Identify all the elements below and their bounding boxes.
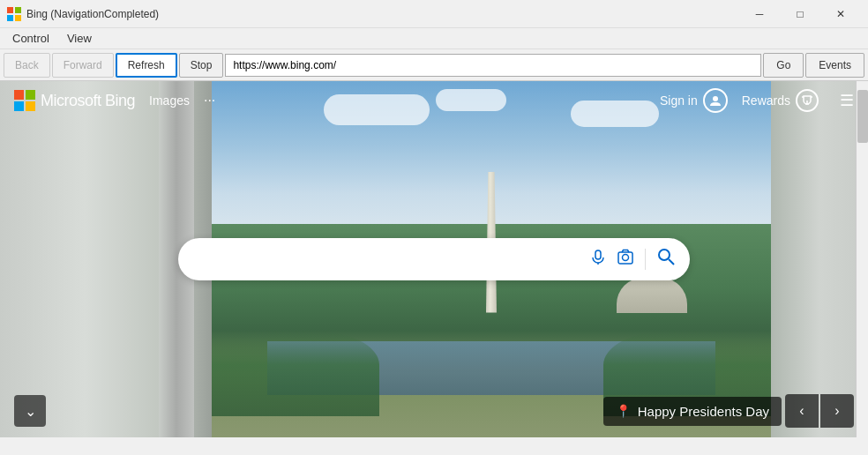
- svg-rect-9: [595, 250, 601, 259]
- scrollbar-thumb[interactable]: [857, 90, 868, 143]
- app-icon: [7, 7, 21, 21]
- scroll-down-button[interactable]: ⌄: [14, 395, 46, 427]
- search-input[interactable]: [192, 251, 590, 267]
- rewards-icon: [796, 89, 819, 112]
- svg-rect-2: [7, 15, 13, 21]
- forward-button[interactable]: Forward: [52, 53, 114, 78]
- bing-logo[interactable]: Microsoft Bing: [14, 90, 135, 111]
- nav-bar: Back Forward Refresh Stop Go Events: [0, 49, 868, 81]
- trophy-icon: [801, 94, 813, 107]
- menu-bar: Control View: [0, 28, 868, 49]
- svg-rect-0: [7, 7, 13, 13]
- search-svg: [656, 247, 676, 266]
- title-bar: Bing (NavigationCompleted) ─ □ ✕: [0, 0, 868, 28]
- location-pill[interactable]: 📍 Happy Presidents Day: [603, 397, 782, 426]
- chevron-down-icon: ⌄: [25, 403, 36, 420]
- search-container: [178, 238, 690, 280]
- bing-logo-text: Microsoft Bing: [41, 92, 135, 110]
- browser-content: Microsoft Bing Images ··· Sign in Reward…: [0, 81, 868, 437]
- location-area: 📍 Happy Presidents Day ‹ ›: [603, 394, 854, 428]
- stop-button[interactable]: Stop: [179, 53, 224, 78]
- search-divider: [645, 249, 646, 270]
- svg-rect-4: [14, 90, 24, 100]
- microphone-icon[interactable]: [590, 250, 606, 270]
- search-icons: [590, 247, 676, 272]
- capitol-building: [617, 278, 687, 313]
- hamburger-menu-icon[interactable]: ☰: [840, 91, 854, 110]
- sign-in-label: Sign in: [660, 93, 698, 108]
- title-controls: ─ □ ✕: [739, 0, 861, 28]
- search-submit-icon[interactable]: [656, 247, 676, 272]
- rewards-button[interactable]: Rewards: [742, 89, 819, 112]
- sign-in-button[interactable]: Sign in: [660, 88, 728, 113]
- location-pin-icon: 📍: [616, 404, 631, 418]
- events-button[interactable]: Events: [805, 53, 864, 78]
- refresh-button[interactable]: Refresh: [116, 53, 177, 78]
- user-icon: [703, 88, 728, 113]
- svg-rect-3: [15, 15, 21, 21]
- menu-control[interactable]: Control: [7, 30, 55, 47]
- bottom-bar: ⌄ 📍 Happy Presidents Day ‹ ›: [0, 384, 868, 437]
- title-bar-left: Bing (NavigationCompleted): [7, 7, 159, 21]
- restore-button[interactable]: □: [780, 0, 820, 28]
- mic-svg: [590, 250, 606, 265]
- svg-rect-7: [26, 101, 35, 111]
- minimize-button[interactable]: ─: [739, 0, 780, 28]
- nav-arrows: ‹ ›: [785, 394, 854, 428]
- next-arrow-button[interactable]: ›: [820, 394, 854, 428]
- window-title: Bing (NavigationCompleted): [26, 8, 159, 20]
- scrollbar[interactable]: [856, 81, 868, 437]
- svg-rect-1: [15, 7, 21, 13]
- visual-search-icon[interactable]: [617, 249, 634, 271]
- svg-point-13: [659, 250, 670, 260]
- menu-view[interactable]: View: [62, 30, 97, 47]
- close-button[interactable]: ✕: [820, 0, 861, 28]
- bing-header: Microsoft Bing Images ··· Sign in Reward…: [0, 81, 868, 120]
- header-nav: Images ···: [149, 93, 215, 108]
- nav-images[interactable]: Images: [149, 93, 190, 108]
- rewards-label: Rewards: [742, 93, 790, 108]
- user-avatar-icon: [709, 94, 722, 107]
- prev-arrow-button[interactable]: ‹: [785, 394, 819, 428]
- url-bar[interactable]: [225, 54, 761, 77]
- camera-search-svg: [617, 249, 634, 266]
- svg-point-8: [713, 96, 718, 101]
- svg-rect-6: [14, 101, 24, 111]
- location-label: Happy Presidents Day: [638, 404, 769, 419]
- nav-more-icon[interactable]: ···: [204, 93, 215, 108]
- svg-point-12: [623, 254, 629, 260]
- svg-line-14: [669, 259, 674, 265]
- svg-rect-5: [26, 90, 35, 100]
- back-button[interactable]: Back: [4, 53, 50, 78]
- search-box: [178, 238, 690, 280]
- go-button[interactable]: Go: [763, 53, 804, 78]
- microsoft-logo-icon: [14, 90, 35, 111]
- header-right: Sign in Rewards ☰: [660, 88, 854, 113]
